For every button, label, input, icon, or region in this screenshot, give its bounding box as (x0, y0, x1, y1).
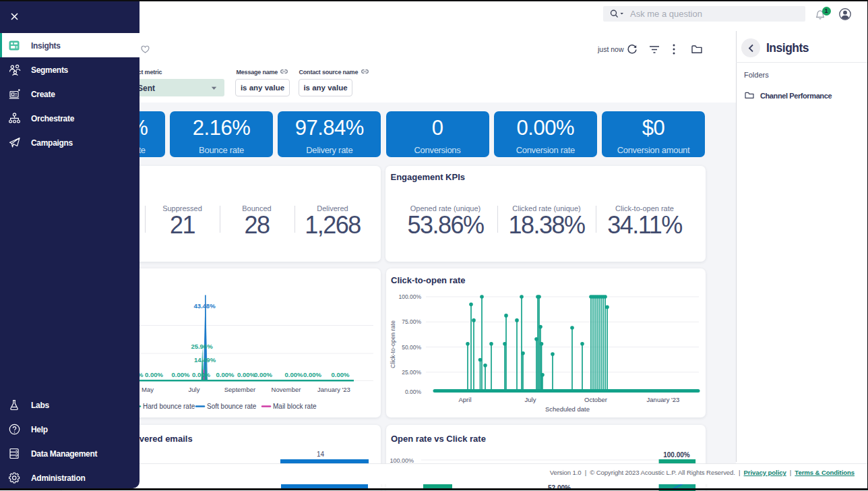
svg-text:0.00%: 0.00% (332, 371, 350, 378)
svg-text:Mail block rate: Mail block rate (273, 403, 317, 410)
svg-text:April: April (458, 396, 471, 403)
svg-text:Click-to-open rate: Click-to-open rate (391, 275, 466, 285)
svg-text:0.00%: 0.00% (237, 371, 255, 378)
svg-text:Scheduled date: Scheduled date (545, 405, 590, 413)
svg-text:Click-to-open rate: Click-to-open rate (390, 320, 396, 368)
svg-text:43.48%: 43.48% (193, 302, 216, 310)
svg-text:50.00%: 50.00% (402, 343, 421, 350)
svg-text:75.00%: 75.00% (402, 318, 421, 325)
svg-text:25.96%: 25.96% (191, 343, 213, 350)
svg-text:100.00%: 100.00% (398, 293, 421, 300)
svg-text:May: May (142, 386, 154, 393)
svg-text:100.00%: 100.00% (663, 451, 690, 459)
svg-text:0.00%: 0.00% (145, 371, 163, 378)
svg-text:0.00%: 0.00% (192, 371, 210, 378)
svg-text:October: October (584, 396, 607, 403)
svg-text:0.00%: 0.00% (405, 388, 422, 395)
svg-text:0.00%: 0.00% (216, 371, 235, 378)
svg-text:July: July (189, 386, 200, 393)
svg-text:Hard bounce rate: Hard bounce rate (143, 403, 195, 410)
svg-text:25.00%: 25.00% (402, 368, 421, 375)
svg-text:January '23: January '23 (647, 396, 680, 403)
svg-text:14.49%: 14.49% (194, 355, 216, 363)
svg-text:0.00%: 0.00% (303, 371, 321, 378)
svg-text:0.00%: 0.00% (285, 371, 303, 378)
svg-text:November: November (272, 386, 301, 393)
svg-text:0.00%: 0.00% (172, 371, 190, 378)
svg-text:January '23: January '23 (317, 386, 350, 393)
svg-text:Soft bounce rate: Soft bounce rate (207, 403, 257, 410)
svg-text:September: September (224, 386, 255, 393)
svg-text:0.00%: 0.00% (254, 371, 272, 378)
svg-text:July: July (525, 396, 536, 403)
